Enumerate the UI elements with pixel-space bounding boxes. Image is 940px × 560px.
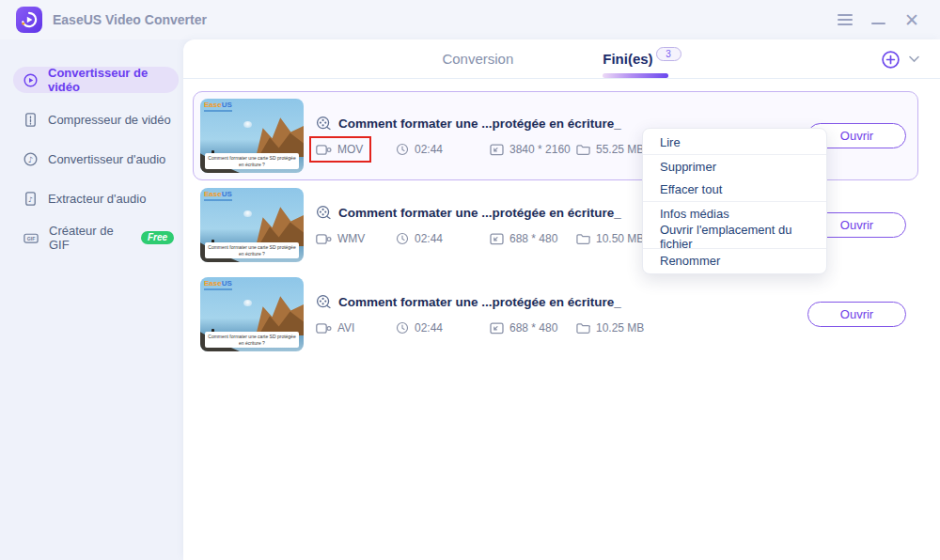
finished-count-badge: 3 bbox=[656, 47, 682, 61]
file-title: Comment formater une ...protégée en écri… bbox=[338, 206, 621, 220]
bird-icon bbox=[243, 300, 252, 306]
file-duration: 02:44 bbox=[415, 321, 443, 334]
svg-text:♪: ♪ bbox=[28, 154, 33, 163]
tab-finished[interactable]: Fini(es)3 bbox=[603, 51, 681, 68]
chevron-down-icon[interactable] bbox=[909, 55, 919, 63]
clock-icon bbox=[396, 143, 409, 156]
menu-item-media-info[interactable]: Infos médias bbox=[643, 201, 826, 225]
film-reel-icon bbox=[316, 116, 331, 131]
audio-extract-icon: ♪ bbox=[23, 191, 39, 207]
sidebar-item-label: Compresseur de vidéo bbox=[48, 113, 171, 127]
file-size: 10.50 MB bbox=[596, 232, 644, 245]
video-thumbnail: EaseUS Comment formater une carte SD pro… bbox=[200, 99, 304, 173]
file-resolution: 688 * 480 bbox=[509, 232, 557, 245]
sidebar-item-audio-converter[interactable]: ♪ Convertisseur d'audio bbox=[13, 146, 183, 172]
svg-text:GIF: GIF bbox=[27, 235, 36, 241]
file-size: 55.25 MB bbox=[596, 143, 644, 156]
sidebar-item-label: Convertisseur de vidéo bbox=[48, 66, 169, 94]
open-button[interactable]: Ouvrir bbox=[807, 302, 906, 327]
sidebar-item-label: Convertisseur d'audio bbox=[48, 152, 165, 166]
resolution-icon bbox=[490, 233, 504, 245]
tab-conversion[interactable]: Conversion bbox=[442, 51, 513, 67]
sidebar-item-video-compressor[interactable]: Compresseur de vidéo bbox=[13, 106, 183, 132]
file-row-avi[interactable]: EaseUS Comment formater une carte SD pro… bbox=[193, 270, 918, 359]
minimize-icon[interactable] bbox=[871, 23, 885, 24]
thumb-caption: Comment formater une carte SD protégée e… bbox=[205, 153, 299, 169]
film-reel-icon bbox=[316, 205, 331, 220]
file-size: 10.25 MB bbox=[596, 321, 644, 334]
video-thumbnail: EaseUS Comment formater une carte SD pro… bbox=[200, 277, 304, 351]
filesize-folder-icon bbox=[576, 233, 590, 245]
menu-hamburger-icon[interactable] bbox=[838, 14, 853, 25]
audio-convert-icon: ♪ bbox=[23, 151, 39, 167]
add-file-plus-icon[interactable] bbox=[881, 50, 901, 70]
compress-file-icon bbox=[23, 112, 39, 128]
menu-item-clear-all[interactable]: Effacer tout bbox=[643, 178, 826, 201]
clock-icon bbox=[396, 321, 409, 334]
file-title: Comment formater une ...protégée en écri… bbox=[338, 295, 621, 309]
main-panel: Conversion Fini(es)3 EaseUS bbox=[183, 39, 940, 560]
clock-icon bbox=[396, 232, 409, 245]
sidebar-item-audio-extractor[interactable]: ♪ Extracteur d'audio bbox=[13, 185, 183, 211]
file-resolution: 688 * 480 bbox=[509, 321, 557, 334]
resolution-icon bbox=[490, 322, 504, 334]
file-duration: 02:44 bbox=[415, 232, 443, 245]
free-badge: Free bbox=[141, 231, 174, 244]
file-format: AVI bbox=[337, 321, 354, 334]
thumb-brand: EaseUS bbox=[204, 279, 232, 288]
film-reel-icon bbox=[316, 294, 331, 309]
video-camera-icon bbox=[316, 144, 332, 156]
thumb-brand: EaseUS bbox=[204, 101, 232, 109]
gif-icon: GIF bbox=[23, 230, 39, 246]
thumb-brand: EaseUS bbox=[204, 190, 232, 198]
sidebar-item-label: Créateur de GIF bbox=[49, 224, 132, 252]
thumb-caption: Comment formater une carte SD protégée e… bbox=[205, 332, 299, 348]
svg-text:♪: ♪ bbox=[28, 194, 33, 203]
context-menu: Lire Supprimer Effacer tout Infos médias… bbox=[642, 128, 827, 274]
menu-item-delete[interactable]: Supprimer bbox=[643, 154, 826, 178]
menu-item-play[interactable]: Lire bbox=[643, 131, 826, 154]
video-camera-icon bbox=[316, 322, 332, 334]
app-logo-icon bbox=[16, 7, 42, 33]
video-thumbnail: EaseUS Comment formater une carte SD pro… bbox=[200, 188, 304, 262]
play-circle-icon bbox=[23, 72, 39, 88]
file-format: MOV bbox=[337, 143, 363, 156]
file-format: WMV bbox=[337, 232, 365, 245]
app-window: EaseUS Video Converter ✕ Convertisseur d… bbox=[0, 0, 940, 560]
menu-item-rename[interactable]: Renommer bbox=[643, 248, 826, 272]
bird-icon bbox=[243, 121, 252, 128]
sidebar: Convertisseur de vidéo Compresseur de vi… bbox=[0, 39, 183, 560]
file-resolution: 3840 * 2160 bbox=[509, 143, 571, 156]
file-duration: 02:44 bbox=[415, 143, 443, 156]
main-header: Conversion Fini(es)3 bbox=[183, 39, 940, 79]
bird-icon bbox=[243, 210, 252, 217]
thumb-caption: Comment formater une carte SD protégée e… bbox=[205, 242, 299, 258]
sidebar-item-label: Extracteur d'audio bbox=[48, 192, 146, 206]
sidebar-item-gif-creator[interactable]: GIF Créateur de GIF Free bbox=[13, 225, 183, 251]
video-camera-icon bbox=[316, 233, 332, 245]
sidebar-item-video-converter[interactable]: Convertisseur de vidéo bbox=[13, 67, 179, 93]
titlebar: EaseUS Video Converter ✕ bbox=[0, 0, 940, 39]
close-icon[interactable]: ✕ bbox=[904, 11, 919, 29]
filesize-folder-icon bbox=[576, 322, 590, 334]
menu-item-open-file-location[interactable]: Ouvrir l'emplacement du fichier bbox=[643, 225, 826, 248]
file-title: Comment formater une ...protégée en écri… bbox=[338, 117, 621, 131]
filesize-folder-icon bbox=[576, 144, 590, 156]
app-title: EaseUS Video Converter bbox=[53, 12, 207, 27]
active-tab-underline bbox=[603, 73, 668, 78]
tab-finished-label: Fini(es) bbox=[603, 51, 652, 67]
resolution-icon bbox=[490, 144, 504, 156]
